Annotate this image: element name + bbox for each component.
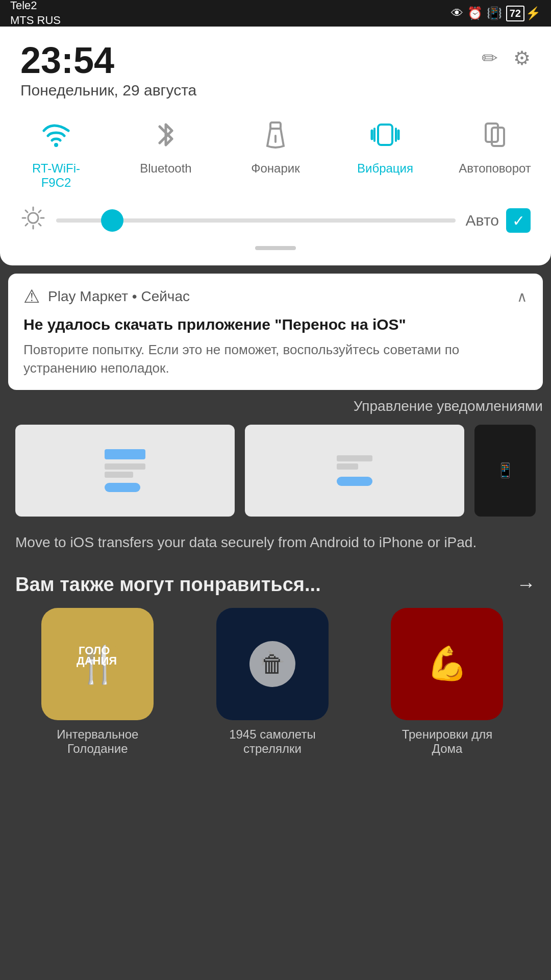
quick-settings-panel: 23:54 Понедельник, 29 августа ✏ ⚙ RT-WiF… bbox=[0, 27, 551, 265]
bluetooth-icon bbox=[145, 114, 186, 155]
bluetooth-label: Bluetooth bbox=[140, 161, 191, 176]
svg-point-10 bbox=[28, 213, 38, 223]
notification-expand-icon[interactable]: ∧ bbox=[517, 288, 528, 305]
app-recommendations-grid: 🍴 ГОЛО ДАНИЯ ИнтервальноеГолодание ✈ bbox=[15, 608, 536, 756]
settings-icon[interactable]: ⚙ bbox=[513, 47, 531, 69]
eye-icon: 👁 bbox=[451, 6, 463, 20]
screenshot-1 bbox=[15, 425, 235, 517]
manage-label: Управление уведомлениями bbox=[354, 398, 543, 414]
food-app-icon-bg: 🍴 ГОЛО ДАНИЯ bbox=[41, 608, 154, 720]
carrier2-label: MTS RUS bbox=[10, 13, 61, 28]
fitness-app-name: Тренировки дляДома bbox=[402, 727, 493, 756]
app-item-fitness: 💪 Тренировки дляДома bbox=[365, 608, 530, 756]
svg-text:💪: 💪 bbox=[427, 644, 468, 683]
status-icons: 👁 ⏰ 📳 72 ⚡ bbox=[451, 6, 541, 21]
wifi-icon bbox=[36, 114, 77, 155]
recommendations-title-text: Вам также могут понравиться... bbox=[15, 574, 321, 596]
notification-panel: ⚠ Play Маркет • Сейчас ∧ Не удалось скач… bbox=[8, 274, 543, 390]
planes-app-name: 1945 самолетыстрелялки bbox=[229, 727, 316, 756]
app-icon-fitness[interactable]: 💪 bbox=[391, 608, 503, 720]
drag-handle bbox=[255, 246, 296, 250]
app-screenshots-row: 📱 bbox=[15, 425, 536, 517]
delete-button[interactable]: 🗑 bbox=[249, 641, 295, 687]
notification-time-separator: • bbox=[132, 288, 141, 304]
app-item-food: 🍴 ГОЛО ДАНИЯ ИнтервальноеГолодание bbox=[15, 608, 180, 756]
vibration-label: Вибрация bbox=[357, 161, 413, 176]
toggle-vibration[interactable]: Вибрация bbox=[349, 114, 421, 176]
notification-title: Не удалось скачать приложение "Перенос н… bbox=[23, 314, 528, 334]
auto-checkbox[interactable]: ✓ bbox=[506, 208, 531, 233]
notification-warning-icon: ⚠ bbox=[23, 286, 40, 307]
status-bar: Tele2 MTS RUS 👁 ⏰ 📳 72 ⚡ bbox=[0, 0, 551, 27]
autorotate-icon bbox=[474, 114, 515, 155]
app-description: Move to iOS transfers your data securely… bbox=[15, 532, 536, 553]
flashlight-icon bbox=[255, 114, 296, 155]
notification-app-name: Play Маркет • Сейчас bbox=[48, 288, 509, 305]
vibration-icon bbox=[365, 114, 406, 155]
qs-datetime: 23:54 Понедельник, 29 августа bbox=[20, 42, 196, 99]
toggle-autorotate[interactable]: Автоповорот bbox=[459, 114, 531, 176]
delete-overlay: 🗑 bbox=[216, 608, 329, 720]
food-app-name: ИнтервальноеГолодание bbox=[57, 727, 138, 756]
svg-point-0 bbox=[54, 143, 58, 147]
app-content: 📱 Move to iOS transfers your data secure… bbox=[0, 414, 551, 766]
toggle-flashlight[interactable]: Фонарик bbox=[240, 114, 311, 176]
qs-time: 23:54 bbox=[20, 42, 196, 79]
edit-icon[interactable]: ✏ bbox=[482, 47, 498, 69]
qs-header: 23:54 Понедельник, 29 августа ✏ ⚙ bbox=[20, 42, 531, 99]
battery-indicator: 72 ⚡ bbox=[506, 6, 541, 21]
wifi-label: RT-WiFi-F9C2 bbox=[20, 161, 92, 190]
app-icon-planes[interactable]: ✈ 🗑 bbox=[216, 608, 329, 720]
carrier-info: Tele2 MTS RUS bbox=[10, 0, 61, 28]
battery-level: 72 bbox=[506, 6, 524, 21]
svg-line-17 bbox=[39, 210, 41, 212]
flashlight-label: Фонарик bbox=[251, 161, 299, 176]
notification-body: Повторите попытку. Если это не поможет, … bbox=[23, 340, 528, 378]
recommendations-arrow-icon[interactable]: → bbox=[516, 574, 536, 596]
carrier1-label: Tele2 bbox=[10, 0, 61, 13]
alarm-icon: ⏰ bbox=[467, 6, 483, 20]
brightness-slider[interactable] bbox=[56, 218, 456, 223]
svg-line-18 bbox=[26, 224, 28, 226]
screenshot-3: 📱 bbox=[474, 425, 536, 517]
qs-toggles-row: RT-WiFi-F9C2 Bluetooth Фонарик bbox=[20, 114, 531, 190]
recommendations-section-title: Вам также могут понравиться... → bbox=[15, 574, 536, 596]
svg-line-15 bbox=[26, 210, 28, 212]
autorotate-label: Автоповорот bbox=[459, 161, 531, 176]
app-item-planes: ✈ 🗑 1945 самолетыстрелялки bbox=[190, 608, 355, 756]
notification-header: ⚠ Play Маркет • Сейчас ∧ bbox=[23, 286, 528, 307]
auto-brightness-toggle[interactable]: Авто ✓ bbox=[466, 208, 531, 233]
qs-date: Понедельник, 29 августа bbox=[20, 82, 196, 99]
brightness-icon bbox=[20, 205, 46, 236]
app-icon-food[interactable]: 🍴 ГОЛО ДАНИЯ bbox=[41, 608, 154, 720]
toggle-wifi[interactable]: RT-WiFi-F9C2 bbox=[20, 114, 92, 190]
qs-header-actions: ✏ ⚙ bbox=[482, 47, 531, 69]
screenshot-2 bbox=[245, 425, 464, 517]
battery-bolt-icon: ⚡ bbox=[525, 6, 541, 20]
vibrate-icon: 📳 bbox=[487, 6, 502, 20]
app-name-text: Play Маркет bbox=[48, 288, 128, 304]
fitness-app-icon-bg: 💪 bbox=[391, 608, 503, 720]
notification-manage[interactable]: Управление уведомлениями bbox=[0, 390, 551, 414]
auto-label: Авто bbox=[466, 212, 499, 229]
notification-time: Сейчас bbox=[141, 288, 190, 304]
brightness-row: Авто ✓ bbox=[20, 205, 531, 236]
svg-rect-3 bbox=[378, 125, 392, 145]
brightness-thumb bbox=[101, 209, 123, 232]
svg-text:ДАНИЯ: ДАНИЯ bbox=[77, 654, 117, 667]
toggle-bluetooth[interactable]: Bluetooth bbox=[130, 114, 202, 176]
svg-line-16 bbox=[39, 224, 41, 226]
